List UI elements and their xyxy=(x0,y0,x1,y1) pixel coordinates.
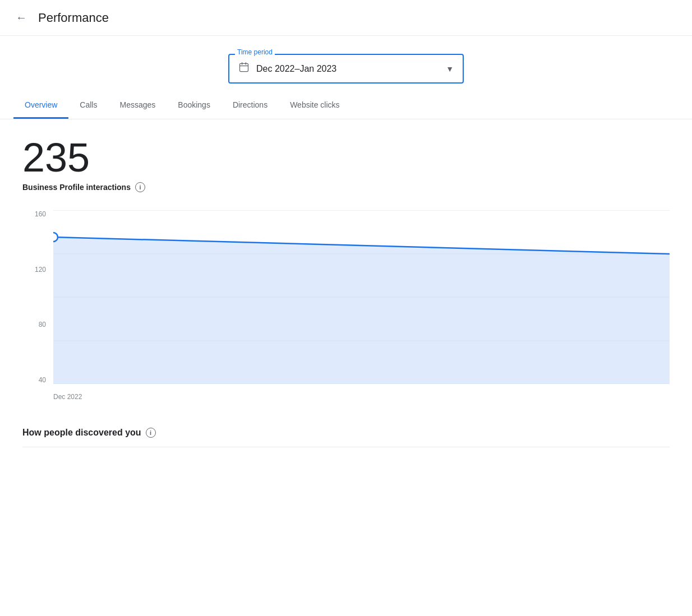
time-period-section: Time period Dec 2022–Jan 2023 ▼ xyxy=(0,36,692,92)
y-label-40: 40 xyxy=(22,376,50,384)
tab-directions[interactable]: Directions xyxy=(222,92,279,119)
time-period-wrapper: Time period Dec 2022–Jan 2023 ▼ xyxy=(228,54,464,84)
chart-svg-area xyxy=(53,210,670,384)
tab-messages[interactable]: Messages xyxy=(108,92,167,119)
dropdown-arrow-icon: ▼ xyxy=(446,64,454,73)
y-label-160: 160 xyxy=(22,210,50,218)
page-title: Performance xyxy=(38,11,109,25)
calendar-icon xyxy=(238,62,250,76)
y-label-80: 80 xyxy=(22,321,50,328)
time-period-label: Time period xyxy=(235,48,275,56)
tab-website-clicks[interactable]: Website clicks xyxy=(279,92,350,119)
y-label-120: 120 xyxy=(22,266,50,274)
metric-info-icon[interactable]: i xyxy=(135,182,145,192)
tabs-nav: Overview Calls Messages Bookings Directi… xyxy=(13,92,679,119)
chart-container: 160 120 80 40 Dec 2022 xyxy=(22,210,670,401)
time-period-value: Dec 2022–Jan 2023 xyxy=(256,64,446,74)
svg-rect-0 xyxy=(240,63,248,71)
main-content: 235 Business Profile interactions i 160 … xyxy=(0,119,692,465)
discovery-divider xyxy=(22,447,670,447)
tab-calls[interactable]: Calls xyxy=(68,92,108,119)
tab-bookings[interactable]: Bookings xyxy=(167,92,222,119)
metric-number: 235 xyxy=(22,137,670,178)
chart-y-labels: 160 120 80 40 xyxy=(22,210,50,384)
discovery-section-title: How people discovered you i xyxy=(22,428,670,438)
header: ← Performance xyxy=(0,0,692,36)
back-button[interactable]: ← xyxy=(13,9,29,26)
chart-svg xyxy=(53,210,670,384)
discovery-label-text: How people discovered you xyxy=(22,428,141,438)
back-arrow-icon: ← xyxy=(16,11,27,24)
time-period-select[interactable]: Dec 2022–Jan 2023 ▼ xyxy=(228,54,464,84)
tabs-section: Overview Calls Messages Bookings Directi… xyxy=(0,92,692,119)
discovery-info-icon[interactable]: i xyxy=(146,428,156,438)
metric-label-text: Business Profile interactions xyxy=(22,183,131,192)
tab-overview[interactable]: Overview xyxy=(13,92,68,119)
svg-point-9 xyxy=(53,233,58,242)
metric-label-row: Business Profile interactions i xyxy=(22,182,670,192)
chart-x-label: Dec 2022 xyxy=(53,393,82,401)
